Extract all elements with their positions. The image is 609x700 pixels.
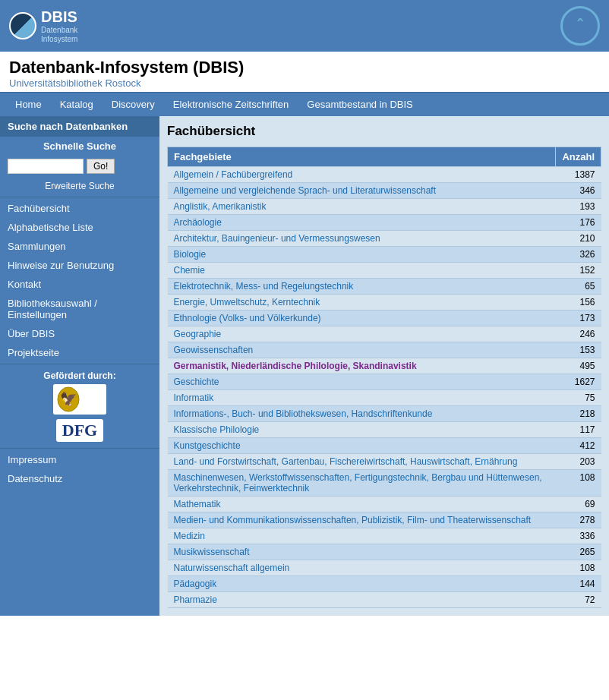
fach-label: Elektrotechnik, Mess- und Regelungstechn…: [168, 279, 556, 295]
table-row: Naturwissenschaft allgemein108: [168, 560, 601, 576]
fach-count: 75: [556, 390, 601, 406]
fach-link[interactable]: Allgemeine und vergleichende Sprach- und…: [174, 185, 437, 196]
fach-count: 495: [556, 358, 601, 374]
svg-text:🦅: 🦅: [60, 391, 77, 408]
sidebar-item-alphabetische[interactable]: Alphabetische Liste: [0, 218, 159, 237]
table-row: Allgemein / Fachübergreifend1387: [168, 167, 601, 183]
sidebar-item-impressum[interactable]: Impressum: [0, 450, 159, 469]
table-row: Biologie326: [168, 247, 601, 263]
fach-count: 346: [556, 183, 601, 199]
fach-label: Musikwissenschaft: [168, 544, 556, 560]
table-row: Chemie152: [168, 263, 601, 279]
table-row: Mathematik69: [168, 497, 601, 512]
fach-link[interactable]: Elektrotechnik, Mess- und Regelungstechn…: [174, 281, 354, 292]
fach-label: Pädagogik: [168, 576, 556, 592]
nav-home[interactable]: Home: [6, 93, 51, 116]
fach-link[interactable]: Anglistik, Amerikanistik: [174, 201, 267, 212]
fach-link[interactable]: Informatik: [174, 393, 214, 403]
fach-link[interactable]: Pharmazie: [174, 594, 217, 605]
table-row: Maschinenwesen, Werkstoffwissenschaften,…: [168, 470, 601, 497]
fach-link[interactable]: Kunstgeschichte: [174, 440, 241, 451]
fach-link[interactable]: Medizin: [174, 531, 205, 541]
sidebar-item-fachubersicht[interactable]: Fachübersicht: [0, 199, 159, 218]
fach-count: 176: [556, 215, 601, 231]
fach-label: Germanistik, Niederländische Philologie,…: [168, 358, 556, 374]
header: DBIS Datenbank Infosystem ˆ: [0, 0, 609, 52]
sidebar-item-projektseite[interactable]: Projektseite: [0, 343, 159, 362]
go-button[interactable]: Go!: [87, 159, 115, 174]
fach-count: 218: [556, 406, 601, 422]
table-row: Klassische Philologie117: [168, 422, 601, 438]
fach-link[interactable]: Germanistik, Niederländische Philologie,…: [174, 361, 417, 371]
nav-discovery[interactable]: Discovery: [103, 93, 164, 116]
table-row: Informations-, Buch- und Bibliothekswese…: [168, 406, 601, 422]
fach-link[interactable]: Mathematik: [174, 499, 221, 509]
sidebar-item-kontakt[interactable]: Kontakt: [0, 275, 159, 294]
sidebar-item-sammlungen[interactable]: Sammlungen: [0, 237, 159, 256]
fach-count: 1627: [556, 374, 601, 390]
fach-label: Anglistik, Amerikanistik: [168, 199, 556, 215]
fach-link[interactable]: Geowissenschaften: [174, 345, 254, 355]
fach-link[interactable]: Land- und Forstwirtschaft, Gartenbau, Fi…: [174, 456, 518, 467]
search-input[interactable]: [8, 159, 84, 174]
fach-count: 193: [556, 199, 601, 215]
fach-count: 65: [556, 279, 601, 295]
title-bar: Datenbank-Infosystem (DBIS) Universitäts…: [0, 52, 609, 92]
fach-link[interactable]: Informations-, Buch- und Bibliothekswese…: [174, 408, 433, 419]
table-row: Geowissenschaften153: [168, 342, 601, 358]
fach-count: 210: [556, 231, 601, 247]
fach-count: 144: [556, 576, 601, 592]
fach-link[interactable]: Maschinenwesen, Werkstoffwissenschaften,…: [174, 472, 542, 493]
nav-gesamtbestand[interactable]: Gesamtbestand in DBIS: [298, 93, 421, 116]
table-row: Geographie246: [168, 326, 601, 342]
nav-zeitschriften[interactable]: Elektronische Zeitschriften: [164, 93, 298, 116]
fach-label: Geowissenschaften: [168, 342, 556, 358]
sidebar-item-datenschutz[interactable]: Datenschutz: [0, 469, 159, 488]
fach-label: Mathematik: [168, 497, 556, 512]
fach-link[interactable]: Geschichte: [174, 377, 219, 387]
fach-link[interactable]: Archäologie: [174, 217, 222, 228]
navigation: Home Katalog Discovery Elektronische Zei…: [0, 92, 609, 116]
table-row: Anglistik, Amerikanistik193: [168, 199, 601, 215]
table-row: Ethnologie (Volks- und Völkerkunde)173: [168, 311, 601, 326]
fach-count: 203: [556, 454, 601, 470]
table-row: Kunstgeschichte412: [168, 438, 601, 454]
sidebar-item-uber-dbis[interactable]: Über DBIS: [0, 324, 159, 343]
fach-label: Kunstgeschichte: [168, 438, 556, 454]
fach-label: Land- und Forstwirtschaft, Gartenbau, Fi…: [168, 454, 556, 470]
sidebar-item-bibliotheksauswahl[interactable]: Bibliotheksauswahl / Einstellungen: [0, 294, 159, 324]
fach-count: 117: [556, 422, 601, 438]
fach-link[interactable]: Architektur, Bauingenieur- und Vermessun…: [174, 233, 380, 244]
fach-label: Geographie: [168, 326, 556, 342]
fach-link[interactable]: Energie, Umweltschutz, Kerntechnik: [174, 297, 320, 307]
uni-logo-icon: ˆ: [560, 6, 600, 46]
university-subtitle: Universitätsbibliothek Rostock: [9, 77, 600, 89]
fach-link[interactable]: Biologie: [174, 249, 207, 260]
fach-count: 1387: [556, 167, 601, 183]
nav-katalog[interactable]: Katalog: [51, 93, 103, 116]
fach-link[interactable]: Chemie: [174, 265, 205, 276]
fach-link[interactable]: Ethnologie (Volks- und Völkerkunde): [174, 313, 321, 323]
fach-link[interactable]: Geographie: [174, 329, 222, 339]
fach-table-body: Allgemein / Fachübergreifend1387Allgemei…: [168, 167, 601, 608]
logo-dbis-text: DBIS: [41, 8, 77, 25]
dfg-badge: 🦅: [53, 384, 106, 415]
sponsor-label: Gefördert durch:: [43, 370, 115, 381]
fach-label: Maschinenwesen, Werkstoffwissenschaften,…: [168, 470, 556, 497]
sidebar-item-hinweise[interactable]: Hinweise zur Benutzung: [0, 256, 159, 275]
fach-link[interactable]: Naturwissenschaft allgemein: [174, 563, 290, 573]
fach-link[interactable]: Pädagogik: [174, 579, 217, 589]
advanced-search-link[interactable]: Erweiterte Suche: [0, 177, 159, 195]
fach-link[interactable]: Klassische Philologie: [174, 424, 260, 435]
table-row: Architektur, Bauingenieur- und Vermessun…: [168, 231, 601, 247]
fach-link[interactable]: Allgemein / Fachübergreifend: [174, 169, 293, 180]
table-row: Informatik75: [168, 390, 601, 406]
sidebar-quick-search-label: Schnelle Suche: [0, 137, 159, 156]
fach-link[interactable]: Musikwissenschaft: [174, 547, 250, 557]
fach-label: Chemie: [168, 263, 556, 279]
table-row: Pädagogik144: [168, 576, 601, 592]
table-row: Musikwissenschaft265: [168, 544, 601, 560]
fach-link[interactable]: Medien- und Kommunikationswissenschaften…: [174, 515, 532, 525]
fach-label: Pharmazie: [168, 592, 556, 608]
main-layout: Suche nach Datenbanken Schnelle Suche Go…: [0, 116, 609, 616]
